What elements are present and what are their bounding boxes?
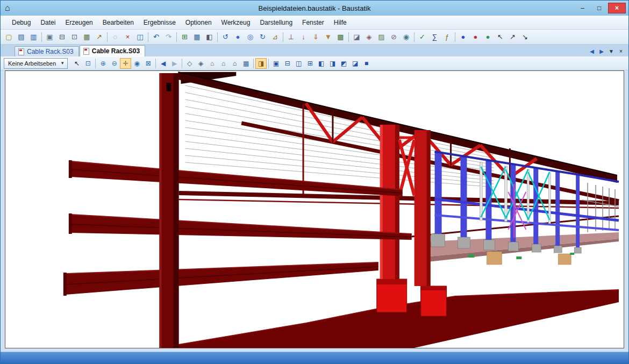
export-image-icon[interactable]: ▦ (81, 31, 93, 43)
display-options-icon[interactable]: ◧ (203, 31, 216, 43)
settings-grid-icon[interactable]: ▦ (191, 31, 203, 43)
sphere-view-icon[interactable]: ● (232, 31, 244, 43)
page-preview-icon[interactable]: ▣ (44, 31, 56, 43)
check-model-icon[interactable]: ✓ (416, 31, 428, 43)
menu-item-hilfe[interactable]: Hilfe (329, 17, 352, 28)
tabs-scroll-right-button[interactable]: ▶ (597, 47, 606, 55)
zoom-out-icon[interactable]: ⊖ (109, 58, 120, 69)
zoom-in-icon[interactable]: ⊕ (97, 58, 109, 69)
minimize-button[interactable]: – (575, 3, 590, 13)
releases-icon[interactable]: ⊘ (388, 31, 400, 43)
camera-path-icon[interactable]: ↻ (256, 31, 269, 43)
viewport-single-icon[interactable]: ▣ (270, 58, 282, 69)
workplane-dropdown[interactable]: Keine Arbeitseben ▼ (4, 58, 68, 69)
main-toolbar: ▢▤▥▣⊟⊡▦↗◌×◫↶↷⊞▦◧↺●◎↻⊿⊥↓⇓▼▩◪◈▨⊘◉✓∑ƒ●●●↖↗↘ (1, 30, 628, 45)
section-view-icon[interactable]: ◪ (351, 31, 363, 43)
insert-table-icon[interactable]: ⊞ (178, 31, 191, 43)
toolbar-separator (182, 59, 182, 68)
menu-item-datei[interactable]: Datei (35, 17, 60, 28)
select-poly-icon[interactable]: ◌ (109, 31, 121, 43)
select-cursor-icon[interactable]: ↖ (71, 58, 82, 69)
point-load-icon[interactable]: ↓ (297, 31, 310, 43)
view-hidden-line-icon[interactable]: ◈ (195, 58, 206, 69)
delete-selection-icon[interactable]: × (121, 31, 134, 43)
drawing-canvas (5, 70, 624, 348)
shrink-members-icon[interactable]: ◨ (255, 58, 267, 69)
view-home-icon[interactable]: ⌂ (218, 58, 229, 69)
menu-item-debug[interactable]: Debug (7, 17, 35, 28)
model-3d-view[interactable] (5, 71, 624, 348)
supports-icon[interactable]: ⊥ (285, 31, 297, 43)
toolbar-separator (268, 59, 269, 68)
layers-icon[interactable]: ▨ (375, 31, 388, 43)
select-node-icon[interactable]: ↖ (494, 31, 506, 43)
zoom-dynamic-icon[interactable]: ◉ (131, 58, 142, 69)
view-previous-icon[interactable]: ◀ (158, 58, 169, 69)
select-any-icon[interactable]: ↘ (519, 31, 531, 43)
orbit-view-icon[interactable]: ↺ (219, 31, 232, 43)
tabs-menu-button[interactable]: ▼ (607, 47, 616, 55)
copy-selection-icon[interactable]: ◫ (134, 31, 146, 43)
screenshot-icon[interactable]: ⊡ (68, 31, 81, 43)
menu-item-darstellung[interactable]: Darstellung (255, 17, 297, 28)
maximize-button[interactable]: □ (591, 3, 607, 13)
view-front-icon[interactable]: ⌂ (206, 58, 218, 69)
tabs-scroll-left-button[interactable]: ◀ (588, 47, 596, 55)
tab-close-button[interactable]: × (617, 47, 625, 55)
view-next-icon[interactable]: ▶ (169, 58, 180, 69)
area-load-icon[interactable]: ▼ (322, 31, 334, 43)
viewport-hsplit-icon[interactable]: ⊟ (282, 58, 293, 69)
viewport-bottom-icon[interactable]: ◪ (349, 58, 361, 69)
line-load-icon[interactable]: ⇓ (310, 31, 322, 43)
viewport-quad-icon[interactable]: ⊞ (304, 58, 316, 69)
snap-grid-icon[interactable]: ▦ (240, 58, 252, 69)
viewport-max-icon[interactable]: ■ (361, 58, 372, 69)
view-roof-icon[interactable]: ⌂ (229, 58, 240, 69)
save-file-icon[interactable]: ▥ (27, 31, 40, 43)
close-button[interactable]: × (608, 3, 626, 13)
toolbar-separator (217, 32, 218, 42)
menu-item-bearbeiten[interactable]: Bearbeiten (98, 17, 139, 28)
new-document-icon[interactable]: ▢ (3, 31, 15, 43)
viewport-right-icon[interactable]: ◨ (327, 58, 338, 69)
menu-item-ergebnisse[interactable]: Ergebnisse (139, 17, 181, 28)
zoom-region-icon[interactable]: ⊡ (82, 58, 94, 69)
menu-item-fenster[interactable]: Fenster (297, 17, 329, 28)
viewport-vsplit-icon[interactable]: ◫ (293, 58, 304, 69)
tab-label: Cable Rack.S03 (92, 47, 140, 55)
calculate-sum-icon[interactable]: ∑ (428, 31, 441, 43)
tab-2-active[interactable]: Cable Rack.S03 (80, 45, 145, 56)
tab-bar: Cable Rack.S03Cable Rack.S03 ◀▶▼× (1, 45, 628, 56)
send-file-icon[interactable]: ↗ (93, 31, 105, 43)
pan-icon[interactable]: ✛ (120, 58, 131, 69)
hinges-icon[interactable]: ◉ (400, 31, 412, 43)
menu-bar: DebugDateiErzeugenBearbeitenErgebnisseOp… (1, 16, 628, 30)
nodes-red-icon[interactable]: ● (469, 31, 482, 43)
menu-item-optionen[interactable]: Optionen (181, 17, 217, 28)
toolbar-separator (348, 32, 349, 42)
redo-icon[interactable]: ↷ (162, 31, 175, 43)
toolbar-separator (176, 32, 177, 42)
tab-1[interactable]: Cable Rack.S03 (15, 46, 79, 56)
tab-label: Cable Rack.S03 (27, 48, 74, 55)
materials-icon[interactable]: ◈ (363, 31, 375, 43)
viewport-top-icon[interactable]: ◩ (338, 58, 349, 69)
workplane-label: Keine Arbeitseben (8, 60, 56, 67)
nodes-green-icon[interactable]: ● (482, 31, 494, 43)
view-wireframe-icon[interactable]: ◇ (184, 58, 195, 69)
print-icon[interactable]: ⊟ (56, 31, 68, 43)
menu-item-werkzeug[interactable]: Werkzeug (217, 17, 255, 28)
viewport-left-icon[interactable]: ◧ (316, 58, 327, 69)
open-file-icon[interactable]: ▤ (15, 31, 27, 43)
perspective-view-icon[interactable]: ◎ (244, 31, 256, 43)
undo-icon[interactable]: ↶ (150, 31, 162, 43)
results-fx-icon[interactable]: ƒ (441, 31, 453, 43)
status-bar (1, 352, 628, 363)
select-member-icon[interactable]: ↗ (506, 31, 519, 43)
mesh-icon[interactable]: ▩ (334, 31, 347, 43)
measure-icon[interactable]: ⊿ (269, 31, 281, 43)
toolbar-separator (155, 59, 156, 68)
menu-item-erzeugen[interactable]: Erzeugen (60, 17, 97, 28)
nodes-blue-icon[interactable]: ● (457, 31, 469, 43)
zoom-extents-icon[interactable]: ⊠ (142, 58, 154, 69)
